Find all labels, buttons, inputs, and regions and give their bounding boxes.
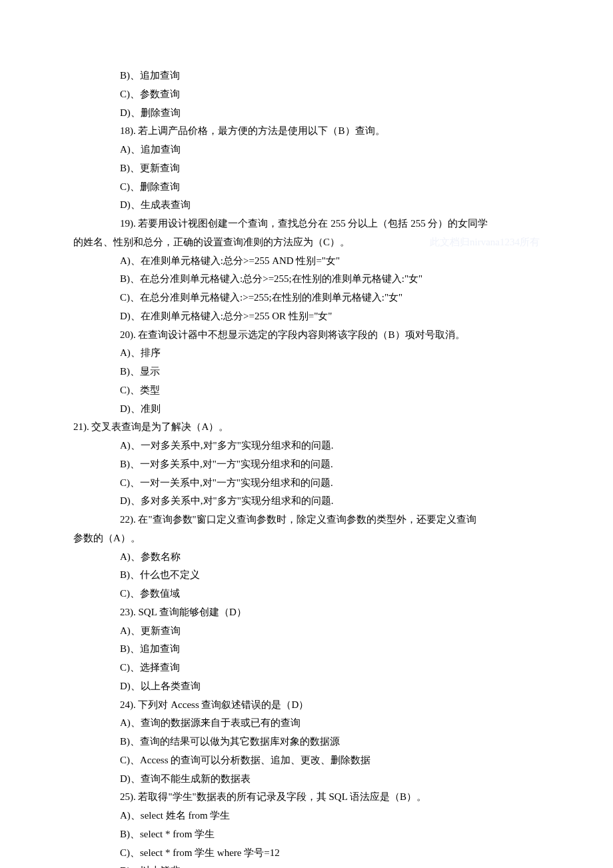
document-body: B)、追加查询C)、参数查询D)、删除查询18). 若上调产品价格，最方便的方法…	[73, 67, 540, 868]
text-line: C)、参数查询	[73, 85, 540, 104]
text-line: B)、查询的结果可以做为其它数据库对象的数据源	[73, 733, 540, 751]
text-line: D)、在准则单元格键入:总分>=255 OR 性别="女"	[73, 307, 540, 326]
text-line: A)、一对多关系中,对"多方"实现分组求和的问题.	[73, 437, 540, 455]
text-line: C)、一对一关系中,对"一方"实现分组求和的问题.	[73, 474, 540, 493]
text-line: B)、一对多关系中,对"一方"实现分组求和的问题.	[73, 455, 540, 474]
text-line: B)、追加查询	[73, 67, 540, 85]
watermark-text: 此文档归nirvana1234所有	[430, 233, 540, 252]
text-line: D)、以上皆非	[73, 862, 540, 868]
text-line: A)、参数名称	[73, 548, 540, 567]
document-page: B)、追加查询C)、参数查询D)、删除查询18). 若上调产品价格，最方便的方法…	[0, 0, 613, 868]
text-line: A)、追加查询	[73, 141, 540, 159]
text-line: 20). 在查询设计器中不想显示选定的字段内容则将该字段的（B）项对号取消。	[73, 326, 540, 345]
text-line: C)、Access 的查询可以分析数据、追加、更改、删除数据	[73, 751, 540, 770]
text-line: B)、追加查询	[73, 640, 540, 659]
text-line: A)、查询的数据源来自于表或已有的查询	[73, 714, 540, 733]
text-line: D)、生成表查询	[73, 196, 540, 215]
text-line: D)、删除查询	[73, 104, 540, 123]
text-line: B)、更新查询	[73, 159, 540, 178]
text-line: D)、查询不能生成新的数据表	[73, 770, 540, 789]
text-line: 25). 若取得"学生"数据表的所有记录及字段，其 SQL 语法应是（B）。	[73, 788, 540, 807]
text-line: 18). 若上调产品价格，最方便的方法是使用以下（B）查询。	[73, 122, 540, 141]
text-line: D)、以上各类查询	[73, 677, 540, 696]
text-line: 21). 交叉表查询是为了解决（A）。	[73, 418, 540, 437]
text-line: C)、select * from 学生 where 学号=12	[73, 844, 540, 863]
text-line: C)、删除查询	[73, 178, 540, 197]
text-line: A)、排序	[73, 344, 540, 363]
text-line: 的姓名、性别和总分，正确的设置查询准则的方法应为（C）。此文档归nirvana1…	[73, 233, 540, 252]
text-line: A)、select 姓名 from 学生	[73, 807, 540, 825]
text-line: 19). 若要用设计视图创建一个查询，查找总分在 255 分以上（包括 255 …	[73, 215, 540, 233]
text-line: D)、准则	[73, 400, 540, 419]
text-line: 23). SQL 查询能够创建（D）	[73, 603, 540, 622]
text-line: D)、多对多关系中,对"多方"实现分组求和的问题.	[73, 492, 540, 511]
text-line: B)、什么也不定义	[73, 566, 540, 585]
text-line: 参数的（A）。	[73, 529, 540, 548]
text-line: C)、类型	[73, 381, 540, 400]
text-line: B)、在总分准则单元格键入:总分>=255;在性别的准则单元格键入:"女"	[73, 270, 540, 289]
text-line: C)、选择查询	[73, 659, 540, 677]
text-line: A)、更新查询	[73, 622, 540, 641]
text-line: B)、select * from 学生	[73, 825, 540, 844]
text-line: 24). 下列对 Access 查询叙述错误的是（D）	[73, 696, 540, 715]
text-line: A)、在准则单元格键入:总分>=255 AND 性别="女"	[73, 252, 540, 271]
text-line: B)、显示	[73, 363, 540, 381]
text-line: C)、在总分准则单元格键入:>=255;在性别的准则单元格键入:"女"	[73, 289, 540, 307]
text-line: C)、参数值域	[73, 585, 540, 603]
text-line: 22). 在"查询参数"窗口定义查询参数时，除定义查询参数的类型外，还要定义查询	[73, 511, 540, 529]
